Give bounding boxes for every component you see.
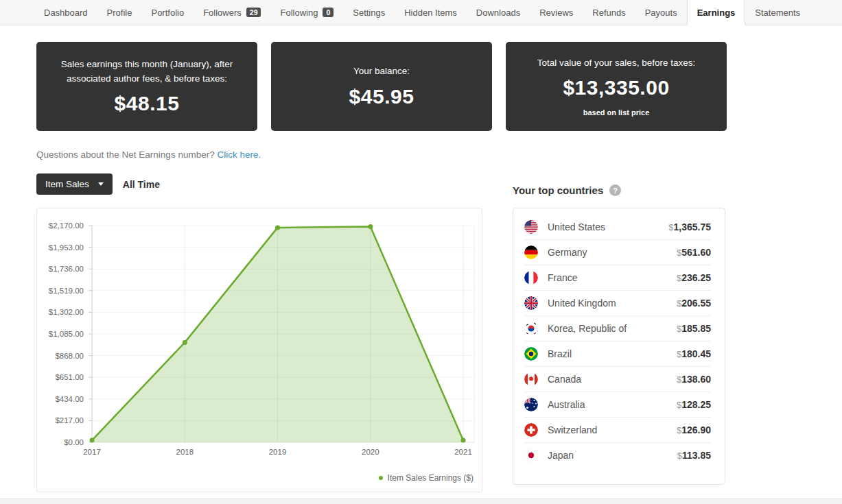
country-amount: $206.55 bbox=[677, 298, 711, 309]
country-name: Brazil bbox=[548, 348, 572, 359]
legend-dot-icon bbox=[379, 476, 383, 480]
country-amount: $236.25 bbox=[677, 272, 711, 283]
country-amount: $185.85 bbox=[677, 323, 711, 334]
card-balance: Your balance: $45.95 bbox=[271, 42, 492, 131]
svg-text:$651.00: $651.00 bbox=[55, 373, 84, 381]
summary-cards: Sales earnings this month (January), aft… bbox=[36, 42, 727, 131]
country-name: Canada bbox=[548, 374, 581, 385]
tab-dashboard[interactable]: Dashboard bbox=[34, 0, 97, 25]
earnings-chart-svg[interactable]: $2,170.00$1,953.00$1,736.00$1,519.00$1,3… bbox=[37, 208, 483, 493]
x-axis-label: 2020 bbox=[362, 448, 379, 456]
country-amount: $113.85 bbox=[677, 450, 711, 461]
top-countries-header: Your top countries ? bbox=[513, 184, 621, 196]
country-name: Japan bbox=[548, 450, 574, 461]
country-amount: $1,365.75 bbox=[668, 221, 711, 232]
top-countries-title: Your top countries bbox=[513, 184, 603, 196]
flag-france-icon bbox=[524, 271, 538, 285]
svg-text:$868.00: $868.00 bbox=[55, 352, 84, 360]
country-amount: $180.45 bbox=[677, 348, 711, 359]
country-name: Australia bbox=[548, 399, 585, 410]
earnings-chart-panel: $2,170.00$1,953.00$1,736.00$1,519.00$1,3… bbox=[36, 208, 482, 492]
tab-portfolio[interactable]: Portfolio bbox=[141, 0, 194, 25]
tab-downloads[interactable]: Downloads bbox=[467, 0, 530, 25]
flag-australia-icon bbox=[524, 398, 538, 411]
legend-label: Item Sales Earnings ($) bbox=[388, 473, 473, 483]
tab-payouts[interactable]: Payouts bbox=[635, 0, 687, 25]
tab-following[interactable]: Following0 bbox=[270, 0, 343, 25]
svg-text:$2,170.00: $2,170.00 bbox=[49, 221, 84, 230]
card-balance-label: Your balance: bbox=[353, 64, 410, 78]
country-name: United States bbox=[548, 221, 605, 232]
chart-controls: Item Sales All Time bbox=[36, 173, 160, 195]
country-name: France bbox=[548, 272, 578, 283]
country-row-united-kingdom: United Kingdom $206.55 bbox=[524, 290, 711, 315]
card-month-earnings: Sales earnings this month (January), aft… bbox=[36, 42, 257, 131]
country-amount: $561.60 bbox=[677, 247, 711, 258]
flag-united-states-icon bbox=[524, 220, 538, 234]
earnings-page: Dashboard Profile Portfolio Followers29 … bbox=[0, 0, 842, 504]
country-amount: $128.25 bbox=[677, 399, 711, 410]
flag-brazil-icon bbox=[524, 347, 538, 361]
data-point[interactable] bbox=[461, 438, 466, 443]
card-total-sales-value: $13,335.00 bbox=[563, 76, 669, 99]
flag-switzerland-icon bbox=[524, 423, 538, 437]
tab-followers[interactable]: Followers29 bbox=[194, 0, 270, 25]
top-countries-panel: United States $1,365.75 Germany $561.60 … bbox=[513, 208, 725, 485]
svg-text:$1,085.00: $1,085.00 bbox=[49, 330, 84, 338]
country-name: Switzerland bbox=[548, 424, 597, 435]
x-axis-label: 2018 bbox=[176, 448, 194, 456]
svg-text:$434.00: $434.00 bbox=[55, 395, 84, 403]
top-navigation: Dashboard Profile Portfolio Followers29 … bbox=[0, 0, 842, 25]
country-name: United Kingdom bbox=[548, 298, 616, 309]
tab-profile[interactable]: Profile bbox=[97, 0, 142, 25]
data-point[interactable] bbox=[183, 340, 187, 345]
tab-earnings[interactable]: Earnings bbox=[687, 0, 746, 25]
country-name: Germany bbox=[548, 247, 587, 258]
svg-text:$1,302.00: $1,302.00 bbox=[49, 308, 84, 316]
tab-hidden-items[interactable]: Hidden Items bbox=[395, 0, 467, 25]
svg-text:$1,736.00: $1,736.00 bbox=[49, 265, 84, 273]
click-here-link[interactable]: Click here. bbox=[217, 149, 261, 160]
flag-canada-icon bbox=[524, 372, 538, 386]
country-name: Korea, Republic of bbox=[548, 323, 627, 334]
data-point[interactable] bbox=[368, 224, 373, 229]
card-total-sales-note: based on list price bbox=[583, 108, 650, 117]
country-row-korea: Korea, Republic of $185.85 bbox=[524, 315, 711, 341]
item-sales-dropdown[interactable]: Item Sales bbox=[36, 173, 113, 195]
card-month-earnings-label: Sales earnings this month (January), aft… bbox=[53, 58, 241, 86]
tab-settings[interactable]: Settings bbox=[343, 0, 395, 25]
flag-germany-icon bbox=[524, 245, 538, 259]
country-row-france: France $236.25 bbox=[524, 265, 711, 290]
svg-text:$1,519.00: $1,519.00 bbox=[49, 287, 84, 295]
period-label: All Time bbox=[123, 179, 160, 190]
chart-legend: Item Sales Earnings ($) bbox=[379, 473, 473, 483]
tab-reviews[interactable]: Reviews bbox=[530, 0, 583, 25]
country-amount: $126.90 bbox=[677, 424, 711, 435]
followers-count-badge: 29 bbox=[246, 8, 261, 18]
net-earnings-question: Questions about the Net Earnings number?… bbox=[36, 149, 261, 160]
svg-text:$0.00: $0.00 bbox=[64, 438, 84, 446]
country-row-united-states: United States $1,365.75 bbox=[524, 215, 711, 239]
country-amount: $138.60 bbox=[677, 374, 711, 385]
footer-strip bbox=[0, 499, 842, 504]
flag-united-kingdom-icon bbox=[524, 296, 538, 310]
data-point[interactable] bbox=[275, 225, 280, 230]
country-row-australia: Australia $128.25 bbox=[524, 392, 711, 417]
tab-refunds[interactable]: Refunds bbox=[583, 0, 635, 25]
chevron-down-icon bbox=[98, 182, 104, 186]
country-row-switzerland: Switzerland $126.90 bbox=[524, 417, 711, 442]
tab-statements[interactable]: Statements bbox=[745, 0, 810, 25]
country-row-canada: Canada $138.60 bbox=[524, 366, 711, 392]
card-total-sales-label: Total value of your sales, before taxes: bbox=[537, 56, 695, 70]
help-icon[interactable]: ? bbox=[609, 184, 621, 196]
card-total-sales: Total value of your sales, before taxes:… bbox=[506, 42, 727, 131]
data-point[interactable] bbox=[90, 438, 95, 443]
svg-text:$217.00: $217.00 bbox=[55, 416, 84, 424]
x-axis-label: 2021 bbox=[454, 448, 472, 456]
country-row-japan: Japan $113.85 bbox=[524, 442, 711, 468]
card-month-earnings-value: $48.15 bbox=[115, 92, 180, 115]
x-axis-label: 2019 bbox=[269, 448, 287, 456]
svg-text:$1,953.00: $1,953.00 bbox=[49, 243, 84, 252]
flag-japan-icon bbox=[524, 448, 538, 462]
following-count-badge: 0 bbox=[323, 8, 334, 18]
